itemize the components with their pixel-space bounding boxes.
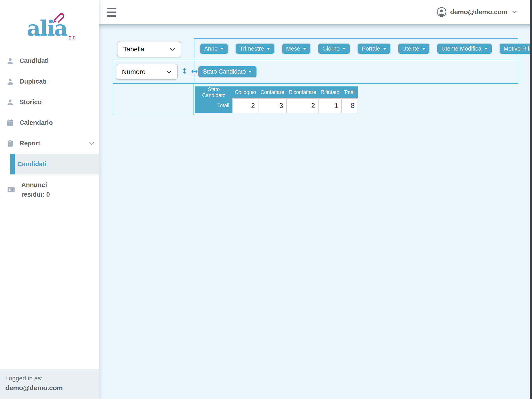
attr-button-giorno[interactable]: Giorno (318, 44, 350, 54)
annunci-label-line1: Annunci (21, 180, 50, 190)
chevron-down-icon (165, 68, 172, 75)
sidebar-item-candidati[interactable]: Candidati (0, 51, 99, 71)
main-content: Tabella Anno Trimestre Mese Giorno (99, 24, 532, 399)
hamburger-bar (107, 15, 116, 17)
pivot-col-header: Contattare (258, 86, 286, 98)
aggregator-select-value: Numero (122, 68, 146, 76)
sidebar-item-label: Storico (19, 98, 42, 106)
attr-button-mese[interactable]: Mese (282, 44, 310, 54)
logo[interactable]: alia 2.0 (22, 12, 77, 43)
aggregator-select[interactable]: Numero (116, 64, 178, 80)
topbar: demo@demo.com (99, 0, 532, 24)
caret-down-icon (383, 48, 386, 50)
attr-button-anno[interactable]: Anno (200, 44, 228, 54)
caret-down-icon (342, 48, 346, 50)
pivot-col-header: Colloquio (233, 86, 258, 98)
sidebar-item-label: Calendario (19, 119, 53, 126)
attr-button-label: Giorno (322, 45, 340, 52)
logged-in-email: demo@demo.com (5, 384, 99, 392)
vertical-scrollbar[interactable] (530, 0, 532, 399)
pivot-column-attributes-area: ↔ Stato Candidato (194, 60, 518, 83)
attr-button-motivo-rifiuto[interactable]: Motivo Rifiuto (500, 44, 532, 54)
sidebar-item-label: Candidati (19, 57, 49, 64)
user-email: demo@demo.com (450, 8, 508, 16)
pivot-output-table: Stato Candidato Colloquio Contattare Ric… (195, 86, 358, 113)
caret-down-icon (422, 48, 425, 50)
attr-button-label: Portale (362, 45, 380, 52)
pivot-value-cell: 1 (318, 98, 341, 113)
pencil-icon (50, 8, 67, 25)
pivot-controls-row: Numero ↕ ↔ Stato Candidato (113, 60, 518, 83)
attr-button-utente-modifica[interactable]: Utente Modifica (437, 44, 492, 54)
clipboard-icon (6, 139, 14, 147)
hamburger-bar (107, 8, 116, 9)
pivot-value-cell: 2 (286, 98, 318, 113)
logged-in-label: Logged in as: (5, 375, 99, 382)
annunci-label-line2: residui: 0 (21, 190, 50, 199)
pivot-row-label: Totali (195, 98, 233, 113)
avatar-icon (437, 7, 447, 17)
pivot-aggregator-area: Numero ↕ (113, 60, 194, 83)
pivot-col-header: Totali (342, 86, 358, 98)
caret-down-icon (248, 71, 252, 73)
hamburger-menu-button[interactable] (107, 8, 116, 17)
attr-button-label: Utente Modifica (441, 45, 481, 52)
chevron-down-icon (88, 140, 95, 147)
sidebar-nav: Candidati Duplicati Storico (0, 51, 99, 199)
sidebar-subitem-label: Candidati (17, 160, 47, 168)
sidebar-item-calendario[interactable]: Calendario (0, 112, 99, 133)
pivot-unused-attributes-area: Anno Trimestre Mese Giorno Portale Utent… (194, 38, 518, 59)
user-icon (6, 78, 14, 86)
user-menu[interactable]: demo@demo.com (437, 0, 518, 24)
attr-button-stato-candidato[interactable]: Stato Candidato (198, 66, 256, 77)
attr-button-label: Trimestre (240, 45, 264, 52)
logo-version: 2.0 (69, 35, 76, 41)
sidebar-item-storico[interactable]: Storico (0, 92, 99, 112)
attr-button-portale[interactable]: Portale (358, 44, 390, 54)
sidebar: alia 2.0 Candidati (0, 0, 99, 399)
attr-button-label: Mese (286, 45, 300, 52)
attr-button-label: Anno (204, 45, 218, 52)
pivot-value-cell: 3 (258, 98, 286, 113)
chevron-down-icon (169, 46, 176, 53)
sidebar-item-label: Report (19, 140, 40, 147)
pivot-col-header: Ricontattare (286, 86, 318, 98)
sidebar-item-annunci-residui[interactable]: Annunci residui: 0 (0, 180, 99, 199)
renderer-select-value: Tabella (123, 45, 144, 53)
pencil-tip (52, 20, 56, 23)
sidebar-footer: Logged in as: demo@demo.com (0, 369, 99, 399)
user-icon (6, 98, 14, 106)
pivot-value-cell: 8 (342, 98, 358, 113)
attr-button-label: Stato Candidato (203, 68, 246, 75)
pivot-table-totals-row: Totali 2 3 2 1 8 (195, 98, 358, 113)
pivot-row-attributes-area (113, 83, 194, 115)
pivot-col-header: Rifiutato (318, 86, 341, 98)
sidebar-item-label: Duplicati (19, 78, 47, 85)
hamburger-bar (107, 12, 116, 13)
attr-button-label: Motivo Rifiuto (504, 45, 532, 52)
caret-down-icon (303, 48, 306, 50)
renderer-select[interactable]: Tabella (117, 41, 181, 57)
caret-down-icon (220, 48, 224, 50)
row-order-toggle[interactable]: ↕ (181, 67, 188, 76)
sidebar-subitem-candidati-active[interactable]: Candidati (10, 154, 99, 174)
user-icon (6, 57, 14, 65)
caret-down-icon (267, 48, 270, 50)
pivot-table-header-row: Stato Candidato Colloquio Contattare Ric… (195, 86, 358, 98)
pivot-corner-header: Stato Candidato (195, 86, 233, 98)
id-card-icon (6, 186, 16, 194)
sidebar-item-report[interactable]: Report (0, 133, 99, 154)
sidebar-item-duplicati[interactable]: Duplicati (0, 71, 99, 92)
attr-button-trimestre[interactable]: Trimestre (236, 44, 274, 54)
caret-down-icon (484, 48, 488, 50)
attr-button-utente[interactable]: Utente (398, 44, 430, 54)
pivot-value-cell: 2 (233, 98, 258, 113)
app-root: alia 2.0 Candidati (0, 0, 532, 399)
calendar-icon (6, 119, 14, 127)
attr-button-label: Utente (402, 45, 419, 52)
chevron-down-icon (511, 9, 518, 15)
